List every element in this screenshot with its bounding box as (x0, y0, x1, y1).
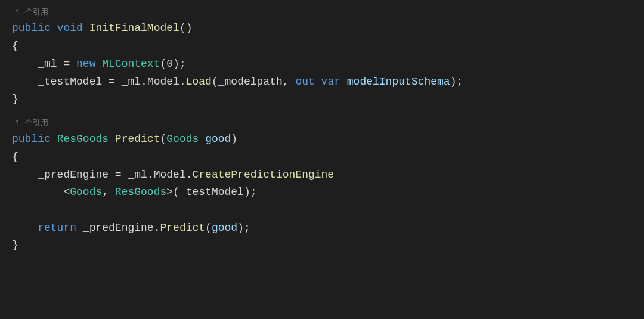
paren-close: ) (186, 22, 193, 34)
arg-good: good (212, 222, 237, 234)
code-line[interactable]: { (12, 148, 644, 166)
field-predengine: _predEngine (83, 222, 154, 234)
keyword-public: public (12, 22, 51, 34)
keyword-out: out (295, 76, 314, 88)
param-type: Goods (166, 133, 199, 145)
arg-modelpath: _modelpath (218, 76, 283, 88)
field-ml: _ml (128, 169, 147, 181)
code-line[interactable]: _ml = new MLContext(0); (12, 55, 644, 73)
paren-close-semi: ); (173, 58, 186, 70)
dot: . (154, 222, 160, 234)
code-line[interactable]: return _predEngine.Predict(good); (12, 219, 644, 237)
field-ml: _ml (122, 76, 141, 88)
equals: = (57, 58, 76, 70)
dot: . (186, 169, 193, 181)
codelens-references[interactable]: 1 个引用 (16, 117, 644, 129)
type-goods: Goods (70, 186, 102, 198)
brace-close: } (12, 239, 18, 251)
keyword-return: return (38, 222, 76, 234)
type-resgoods: ResGoods (57, 133, 109, 145)
paren-close: ) (231, 133, 237, 145)
method-predict: 1 个引用 public ResGoods Predict(Goods good… (12, 117, 644, 255)
comma: , (283, 76, 296, 88)
literal-zero: 0 (166, 58, 173, 70)
code-line[interactable]: public ResGoods Predict(Goods good) (12, 131, 644, 148)
type-resgoods: ResGoods (115, 186, 166, 198)
arg-testmodel: _testModel (179, 186, 244, 198)
angle-close: > (166, 186, 173, 198)
type-mlcontext: MLContext (102, 58, 160, 70)
dot: . (179, 76, 186, 88)
method-name: InitFinalModel (89, 22, 179, 34)
paren-open: ( (205, 222, 212, 234)
angle-open: < (63, 186, 70, 198)
method-initfinalmodel: 1 个引用 public void InitFinalModel() { _ml… (12, 6, 644, 109)
brace-open: { (12, 40, 18, 52)
code-line[interactable]: _testModel = _ml.Model.Load(_modelpath, … (12, 73, 644, 91)
member-model: Model (147, 76, 179, 88)
var-modelinputschema: modelInputSchema (347, 76, 450, 88)
paren-close-semi: ); (450, 76, 463, 88)
code-line[interactable]: <Goods, ResGoods>(_testModel); (12, 184, 644, 202)
paren-close-semi: ); (244, 186, 257, 198)
paren-open: ( (179, 22, 186, 34)
method-load: Load (186, 76, 212, 88)
comma: , (102, 186, 115, 198)
method-createpredictionengine: CreatePredictionEngine (193, 169, 335, 181)
brace-close: } (12, 93, 18, 105)
dot: . (147, 169, 154, 181)
code-line[interactable]: public void InitFinalModel() (12, 20, 644, 38)
paren-open: ( (212, 76, 218, 88)
equals: = (102, 76, 121, 88)
code-line[interactable] (12, 202, 644, 219)
field-predengine: _predEngine (38, 169, 109, 181)
paren-close-semi: ); (237, 222, 250, 234)
equals: = (109, 169, 128, 181)
method-name: Predict (115, 133, 160, 145)
paren-open: ( (160, 133, 166, 145)
param-name: good (205, 133, 231, 145)
keyword-void: void (57, 22, 83, 34)
keyword-public: public (12, 133, 51, 145)
paren-open: ( (160, 58, 166, 70)
keyword-var: var (321, 76, 340, 88)
code-line[interactable]: } (12, 91, 644, 109)
code-line[interactable]: { (12, 38, 644, 55)
code-line[interactable]: _predEngine = _ml.Model.CreatePrediction… (12, 166, 644, 184)
code-line[interactable]: } (12, 237, 644, 255)
paren-open: ( (173, 186, 179, 198)
member-model: Model (154, 169, 186, 181)
keyword-new: new (76, 58, 95, 70)
method-predict: Predict (160, 222, 205, 234)
brace-open: { (12, 151, 18, 163)
field-testmodel: _testModel (38, 76, 102, 88)
dot: . (141, 76, 147, 88)
field-ml: _ml (38, 58, 57, 70)
codelens-references[interactable]: 1 个引用 (16, 6, 644, 18)
